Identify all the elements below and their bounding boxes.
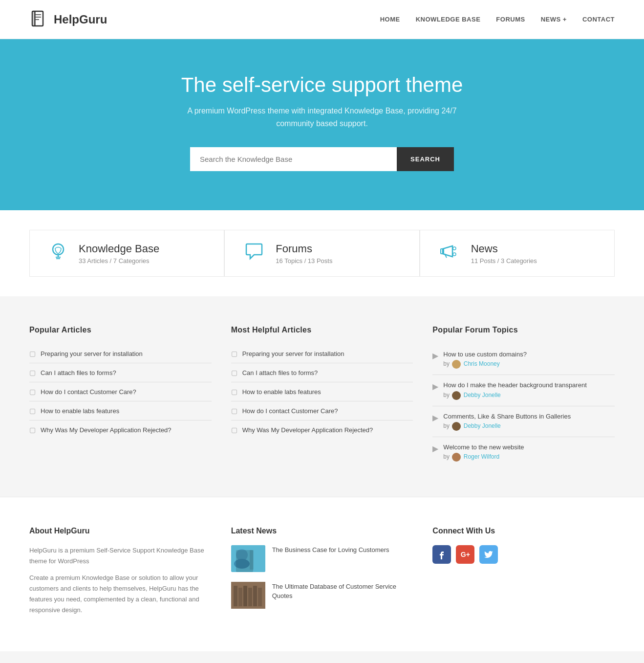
forum-topic-title[interactable]: Comments, Like & Share Buttons in Galler…: [443, 413, 571, 420]
doc-icon: ▢: [231, 369, 237, 376]
svg-rect-16: [250, 550, 254, 570]
nav-home[interactable]: HOME: [380, 16, 400, 23]
helpful-articles-heading: Most Helpful Articles: [231, 326, 413, 334]
main-nav: HOME KNOWLEDGE BASE FORUMS NEWS + CONTAC…: [380, 16, 615, 23]
svg-rect-18: [234, 586, 237, 606]
stat-subtitle-forums: 16 Topics / 13 Posts: [276, 257, 332, 265]
doc-icon: ▢: [231, 350, 237, 357]
stats-section: Knowledge Base 33 Articles / 7 Categorie…: [0, 210, 644, 296]
avatar: [452, 360, 461, 369]
forum-author[interactable]: Debby Jonelle: [464, 392, 501, 398]
lightbulb-icon: [49, 242, 67, 265]
list-item[interactable]: ▢ How do I contact Customer Care?: [29, 382, 212, 401]
popular-articles-col: Popular Articles ▢ Preparing your server…: [29, 326, 212, 467]
forum-author[interactable]: Chris Mooney: [464, 361, 500, 368]
google-icon[interactable]: G+: [456, 545, 474, 564]
hero-section: The self-service support theme A premium…: [0, 39, 644, 210]
doc-icon: ▢: [29, 407, 36, 415]
doc-icon: ▢: [231, 426, 237, 434]
forum-topic-title[interactable]: How to use custom domains?: [443, 351, 527, 358]
list-item[interactable]: ▢ How do I contact Customer Care?: [231, 401, 413, 420]
list-item[interactable]: ▢ Why Was My Developer Application Rejec…: [29, 420, 212, 439]
list-item: ▶ Welcome to the new website by Roger Wi…: [432, 437, 615, 467]
list-item[interactable]: ▢ Why Was My Developer Application Rejec…: [231, 420, 413, 439]
megaphone-icon: [440, 243, 459, 264]
forum-topic-meta: by Debby Jonelle: [443, 391, 615, 400]
list-item[interactable]: ▢ Can I attach files to forms?: [231, 363, 413, 382]
svg-rect-23: [258, 588, 262, 606]
search-bar: SEARCH: [190, 147, 454, 171]
forum-author[interactable]: Debby Jonelle: [464, 422, 501, 429]
forum-author[interactable]: Roger Wilford: [464, 453, 499, 460]
stat-card-forums[interactable]: Forums 16 Topics / 13 Posts: [224, 230, 419, 277]
svg-point-5: [53, 244, 64, 255]
doc-icon: ▢: [231, 388, 237, 396]
doc-icon: ▢: [29, 388, 36, 396]
forum-topic-meta: by Chris Mooney: [443, 360, 615, 369]
avatar: [452, 453, 461, 462]
list-item: ▶ Comments, Like & Share Buttons in Gall…: [432, 406, 615, 437]
chat-bubble-icon: ▶: [432, 444, 438, 453]
news-list: The Business Case for Loving Customers T…: [231, 545, 413, 609]
hero-subtitle: A premium WordPress theme with integrate…: [185, 105, 459, 130]
svg-rect-13: [231, 545, 265, 572]
list-item[interactable]: ▢ Preparing your server for installation: [231, 344, 413, 363]
doc-icon: ▢: [231, 407, 237, 415]
stat-card-news[interactable]: News 11 Posts / 3 Categories: [420, 230, 615, 277]
forum-topics-col: Popular Forum Topics ▶ How to use custom…: [432, 326, 615, 467]
connect-col: Connect With Us G+: [432, 527, 615, 622]
popular-articles-heading: Popular Articles: [29, 326, 212, 334]
news-title[interactable]: The Ultimate Database of Customer Servic…: [272, 582, 413, 601]
logo[interactable]: HelpGuru: [29, 10, 107, 29]
doc-icon: ▢: [29, 350, 36, 357]
svg-point-11: [453, 247, 456, 250]
nav-contact[interactable]: CONTACT: [582, 16, 615, 23]
search-input[interactable]: [190, 147, 397, 171]
chat-icon: [244, 243, 264, 264]
forum-topic-meta: by Debby Jonelle: [443, 422, 615, 431]
logo-text: HelpGuru: [54, 13, 107, 26]
twitter-icon[interactable]: [479, 545, 498, 564]
news-title[interactable]: The Business Case for Loving Customers: [272, 545, 389, 555]
about-col: About HelpGuru HelpGuru is a premium Sel…: [29, 527, 212, 622]
stat-title-forums: Forums: [276, 243, 332, 255]
hero-title: The self-service support theme: [20, 73, 624, 97]
forum-topics-heading: Popular Forum Topics: [432, 326, 615, 334]
forum-topics-list: ▶ How to use custom domains? by Chris Mo…: [432, 344, 615, 467]
stat-info-forums: Forums 16 Topics / 13 Posts: [276, 243, 332, 265]
chat-bubble-icon: ▶: [432, 351, 438, 360]
nav-knowledge-base[interactable]: KNOWLEDGE BASE: [416, 16, 481, 23]
list-item: ▶ How do I make the header background tr…: [432, 375, 615, 406]
list-item[interactable]: ▢ Preparing your server for installation: [29, 344, 212, 363]
svg-rect-21: [248, 588, 252, 606]
svg-point-15: [234, 559, 250, 569]
forum-topic-title[interactable]: Welcome to the new website: [443, 443, 524, 451]
list-item: The Business Case for Loving Customers: [231, 545, 413, 572]
list-item[interactable]: ▢ How to enable labs features: [29, 401, 212, 420]
forum-topic-title[interactable]: How do I make the header background tran…: [443, 381, 586, 389]
news-thumbnail-2: [231, 582, 265, 609]
nav-news[interactable]: NEWS +: [541, 16, 567, 23]
stat-title-news: News: [471, 243, 537, 255]
logo-icon: [29, 10, 49, 29]
list-item[interactable]: ▢ Can I attach files to forms?: [29, 363, 212, 382]
search-button[interactable]: SEARCH: [397, 147, 454, 171]
avatar: [452, 422, 461, 431]
doc-icon: ▢: [29, 426, 36, 434]
header: HelpGuru HOME KNOWLEDGE BASE FORUMS NEWS…: [0, 0, 644, 39]
svg-rect-22: [253, 586, 257, 606]
news-thumbnail-1: [231, 545, 265, 572]
footer-section: About HelpGuru HelpGuru is a premium Sel…: [0, 497, 644, 651]
nav-forums[interactable]: FORUMS: [496, 16, 525, 23]
forum-topic-meta: by Roger Wilford: [443, 453, 615, 462]
list-item[interactable]: ▢ How to enable labs features: [231, 382, 413, 401]
about-para2: Create a premium Knowledge Base or solut…: [29, 573, 212, 616]
stat-subtitle-news: 11 Posts / 3 Categories: [471, 257, 537, 265]
facebook-icon[interactable]: [432, 545, 451, 564]
stat-card-knowledge-base[interactable]: Knowledge Base 33 Articles / 7 Categorie…: [29, 230, 224, 277]
helpful-articles-col: Most Helpful Articles ▢ Preparing your s…: [231, 326, 413, 467]
social-icons: G+: [432, 545, 615, 564]
about-heading: About HelpGuru: [29, 527, 212, 535]
latest-news-heading: Latest News: [231, 527, 413, 535]
latest-news-col: Latest News The Business Case for Loving…: [231, 527, 413, 622]
